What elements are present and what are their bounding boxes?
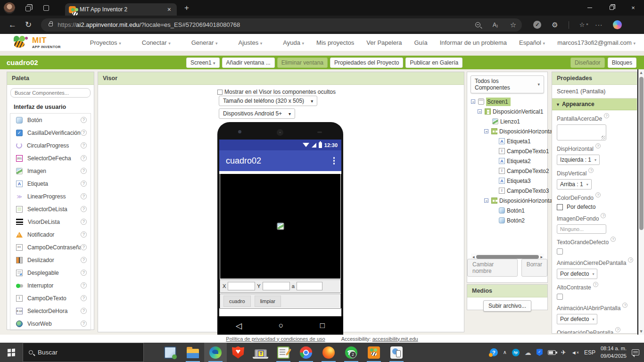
screen-selector-button[interactable]: Screen1 ▾: [186, 58, 220, 68]
disphorizontal-select[interactable]: Izquierda : 1▾: [557, 155, 600, 165]
x-input[interactable]: [228, 282, 255, 290]
favorites-bar-icon[interactable]: ☆≡: [579, 21, 585, 28]
language-indicator[interactable]: ESP: [584, 349, 595, 356]
scroll-right-icon[interactable]: ▸: [539, 255, 544, 259]
help-icon[interactable]: ?: [81, 244, 87, 250]
browser-menu-icon[interactable]: ···: [595, 21, 603, 28]
url-field[interactable]: https://ai2.appinventor.mit.edu/?locale=…: [41, 18, 522, 32]
scroll-up-icon[interactable]: ▲: [638, 70, 644, 75]
back-icon[interactable]: ←: [8, 20, 17, 30]
palette-search-input[interactable]: [10, 88, 91, 98]
delete-component-button[interactable]: Borrar: [521, 259, 547, 277]
help-icon[interactable]: ?: [588, 168, 594, 173]
taskbar-remote-desktop[interactable]: [159, 343, 182, 362]
animacioncierre-select[interactable]: Por defecto▾: [557, 269, 597, 279]
animacionabrir-select[interactable]: Por defecto▾: [557, 314, 597, 324]
help-icon[interactable]: ?: [595, 192, 601, 197]
palette-item-selectordehora[interactable]: 8:10SelectorDeHora?: [10, 304, 91, 317]
defender-icon[interactable]: ✓: [537, 349, 543, 356]
minimize-button[interactable]: [579, 0, 601, 16]
collapse-icon[interactable]: [471, 99, 475, 104]
palette-item-circularprogress[interactable]: CircularProgress?: [10, 139, 91, 152]
tree-item-boton2[interactable]: Botón2: [467, 215, 547, 225]
link-mis-proyectos[interactable]: Mis proyectos: [316, 39, 354, 46]
restore-button[interactable]: [601, 0, 622, 16]
taskbar-typing-app[interactable]: [249, 343, 272, 362]
help-icon[interactable]: ?: [81, 295, 87, 301]
account-menu[interactable]: marcos173ofi2@gmail.com ▾: [557, 39, 636, 46]
menu-conectar[interactable]: Conectar ▾: [142, 39, 171, 46]
tree-item-disposicionhorizontal1[interactable]: DisposiciónHorizontal1: [467, 196, 547, 206]
palette-item-etiqueta[interactable]: AEtiqueta?: [10, 177, 91, 190]
menu-proyectos[interactable]: Proyectos ▾: [90, 39, 121, 46]
link-ver-papelera[interactable]: Ver Papelera: [366, 39, 402, 46]
taskbar-notepadpp[interactable]: [272, 343, 295, 362]
palette-item-interruptor[interactable]: Interruptor?: [10, 279, 91, 292]
taskbar-brave[interactable]: [227, 343, 249, 362]
tree-item-campodetexto2[interactable]: ICampoDeTexto2: [467, 166, 547, 176]
help-icon[interactable]: ?: [81, 142, 87, 148]
help-icon[interactable]: ?: [622, 303, 627, 308]
tree-item-campodetexto3[interactable]: ICampoDeTexto3: [467, 186, 547, 196]
help-icon[interactable]: ?: [81, 321, 87, 327]
help-icon[interactable]: ?: [81, 308, 87, 314]
palette-section-title[interactable]: Interfaz de usuario: [7, 99, 94, 113]
help-icon[interactable]: ?: [81, 231, 87, 238]
colordefondo-swatch[interactable]: [557, 204, 563, 210]
palette-item-boton[interactable]: Botón?: [10, 114, 91, 126]
scroll-down-icon[interactable]: ▼: [638, 329, 644, 334]
altocontraste-checkbox[interactable]: [557, 294, 563, 300]
blocks-view-button[interactable]: Bloques: [608, 58, 636, 68]
component-filter-button[interactable]: Todos los Componentes▾: [471, 75, 544, 93]
designer-view-button[interactable]: Diseñador: [570, 58, 605, 68]
imagendefondo-input[interactable]: Ninguno...: [557, 224, 606, 234]
phone-size-select[interactable]: Tamaño del teléfono (320 x 505)▾: [219, 96, 317, 106]
action-center-icon[interactable]: [632, 349, 639, 355]
collapse-icon[interactable]: [484, 198, 488, 203]
help-icon[interactable]: ?: [601, 213, 606, 218]
help-icon[interactable]: ?: [81, 130, 87, 136]
upload-file-button[interactable]: Subir archivo...: [483, 300, 531, 312]
help-icon[interactable]: ?: [81, 168, 87, 174]
start-button[interactable]: [0, 343, 23, 362]
collapse-icon[interactable]: [478, 109, 482, 114]
help-icon[interactable]: ?: [593, 282, 598, 287]
section-collapse-icon[interactable]: ▼: [556, 102, 560, 107]
project-properties-button[interactable]: Propiedades del Proyecto: [330, 58, 403, 68]
publish-gallery-button[interactable]: Publicar en Galería: [405, 58, 462, 68]
help-icon[interactable]: ?: [595, 143, 601, 148]
canvas-component[interactable]: [220, 174, 340, 279]
scrollbar-thumb[interactable]: [476, 255, 539, 259]
overflow-menu-icon[interactable]: [333, 157, 335, 165]
copilot-icon[interactable]: [613, 20, 622, 29]
palette-item-selectordefecha[interactable]: 201SelectorDeFecha?: [10, 152, 91, 165]
help-tray-icon[interactable]: ?: [490, 348, 498, 356]
limpiar-button[interactable]: limpiar: [255, 296, 281, 307]
new-tab-button[interactable]: +: [184, 3, 189, 13]
palette-item-desplegable[interactable]: Desplegable?: [10, 266, 91, 279]
help-icon[interactable]: ?: [81, 181, 87, 187]
dispvertical-select[interactable]: Arriba : 1▾: [557, 179, 592, 189]
palette-item-casilla[interactable]: ✓CasillaDeVerificación?: [10, 126, 91, 139]
tab-close-icon[interactable]: ×: [165, 6, 173, 13]
tree-item-etiqueta1[interactable]: AEtiqueta1: [467, 136, 547, 146]
y-input[interactable]: [263, 282, 290, 290]
help-icon[interactable]: ?: [604, 113, 609, 118]
show-hidden-checkbox[interactable]: [217, 90, 223, 95]
link-guia[interactable]: Guía: [414, 39, 427, 46]
nav-back-icon[interactable]: ◁: [236, 321, 242, 331]
add-screen-button[interactable]: Añadir ventana ...: [222, 58, 275, 68]
palette-item-linearprogress[interactable]: ≫LinearProgress?: [10, 190, 91, 203]
help-icon[interactable]: ?: [81, 257, 87, 263]
mit-logo[interactable]: [12, 36, 29, 49]
collapse-icon[interactable]: [484, 129, 488, 133]
taskbar-companion[interactable]: [385, 343, 408, 362]
device-type-select[interactable]: Dispositivos Android 5+▾: [219, 108, 295, 119]
privacy-link[interactable]: Política de privacidad y condiciones de …: [226, 336, 325, 342]
menu-ajustes[interactable]: Ajustes ▾: [239, 39, 263, 46]
profile-avatar[interactable]: [4, 2, 15, 14]
help-icon[interactable]: ?: [615, 327, 620, 332]
close-button[interactable]: ×: [622, 0, 644, 16]
menu-generar[interactable]: Generar ▾: [191, 39, 218, 46]
help-icon[interactable]: ?: [628, 257, 633, 263]
